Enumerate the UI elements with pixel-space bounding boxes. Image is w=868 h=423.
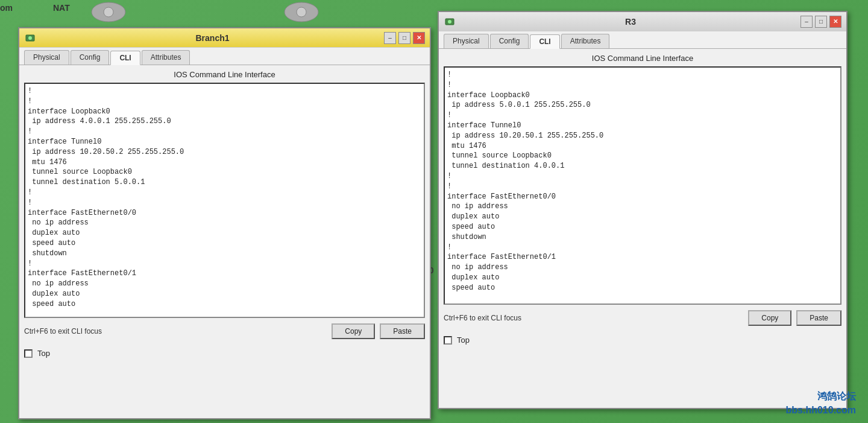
r3-icon (444, 16, 456, 28)
r3-cli-terminal[interactable] (444, 66, 841, 305)
r3-controls: – □ ✕ (800, 16, 841, 28)
branch1-cli-terminal[interactable] (24, 83, 425, 318)
r3-cli-hint: Ctrl+F6 to exit CLI focus (444, 314, 743, 322)
r3-tab-attributes[interactable]: Attributes (561, 34, 610, 48)
r3-maximize[interactable]: □ (815, 16, 827, 28)
branch1-window: Branch1 – □ ✕ Physical Config CLI Attrib… (18, 27, 431, 419)
net-device-top (90, 0, 127, 24)
r3-copy-button[interactable]: Copy (748, 310, 791, 326)
svg-point-5 (28, 36, 32, 40)
branch1-tab-attributes[interactable]: Attributes (142, 50, 190, 65)
branch1-title: Branch1 (41, 33, 384, 43)
branch1-minimize[interactable]: – (384, 32, 396, 44)
branch1-tab-config[interactable]: Config (71, 50, 110, 65)
branch1-tabbar: Physical Config CLI Attributes (19, 48, 430, 65)
watermark-line1: 鸿鹄论坛 (786, 390, 856, 403)
branch1-top-checkbox[interactable] (24, 349, 33, 358)
r3-tab-config[interactable]: Config (490, 34, 529, 48)
r3-tab-physical[interactable]: Physical (444, 34, 489, 48)
watermark-line2: bbs.hh010.com (786, 404, 856, 417)
branch1-tab-cli[interactable]: CLI (110, 51, 140, 65)
branch1-cli-title: IOS Command Line Interface (24, 70, 425, 79)
net-device-top2 (283, 0, 319, 24)
r3-top-checkbox[interactable] (444, 336, 452, 345)
svg-point-7 (448, 20, 451, 24)
bg-label-nat: NAT (53, 3, 70, 13)
r3-titlebar: R3 – □ ✕ (439, 12, 846, 31)
branch1-paste-button[interactable]: Paste (380, 323, 425, 339)
r3-tabbar: Physical Config CLI Attributes (439, 31, 846, 49)
branch1-top-label: Top (37, 349, 50, 358)
r3-title: R3 (461, 17, 800, 27)
branch1-top-section: Top (19, 344, 430, 363)
r3-cli-title: IOS Command Line Interface (444, 54, 841, 63)
branch1-cli-footer: Ctrl+F6 to exit CLI focus Copy Paste (24, 323, 425, 339)
branch1-titlebar: Branch1 – □ ✕ (19, 28, 430, 48)
r3-close[interactable]: ✕ (829, 16, 841, 28)
r3-minimize[interactable]: – (800, 16, 813, 28)
branch1-tab-physical[interactable]: Physical (24, 50, 69, 65)
bg-label-om: om (0, 3, 13, 13)
r3-top-section: Top (439, 331, 846, 349)
watermark: 鸿鹄论坛 bbs.hh010.com (786, 390, 856, 417)
r3-paste-button[interactable]: Paste (796, 310, 841, 326)
r3-cli-footer: Ctrl+F6 to exit CLI focus Copy Paste (444, 310, 841, 326)
svg-point-3 (297, 7, 306, 17)
r3-top-label: Top (457, 336, 470, 345)
r3-content: IOS Command Line Interface Ctrl+F6 to ex… (439, 49, 846, 331)
branch1-controls: – □ ✕ (384, 32, 425, 44)
r3-tab-cli[interactable]: CLI (530, 34, 559, 49)
branch1-copy-button[interactable]: Copy (332, 323, 375, 339)
branch1-icon (24, 32, 36, 44)
branch1-maximize[interactable]: □ (398, 32, 410, 44)
branch1-close[interactable]: ✕ (413, 32, 425, 44)
svg-point-1 (104, 7, 113, 17)
r3-window: R3 – □ ✕ Physical Config CLI Attributes … (438, 11, 848, 409)
branch1-cli-hint: Ctrl+F6 to exit CLI focus (24, 327, 327, 336)
branch1-content: IOS Command Line Interface Ctrl+F6 to ex… (19, 65, 430, 344)
